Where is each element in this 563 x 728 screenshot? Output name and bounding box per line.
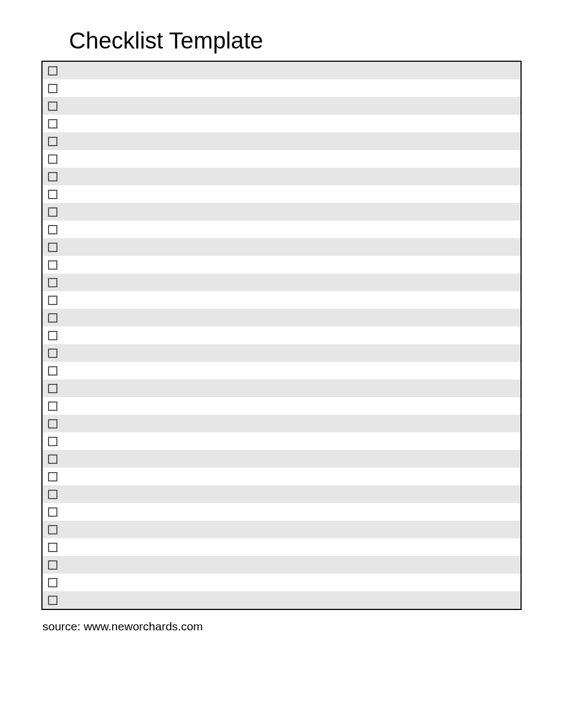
checkbox-icon[interactable] [48,137,57,146]
checkbox-icon[interactable] [48,119,57,129]
checklist-row [43,203,520,221]
checklist-row [43,132,520,150]
checklist-row [43,326,520,344]
source-attribution: source: www.neworchards.com [43,620,522,633]
checkbox-icon[interactable] [48,402,57,411]
checklist-row [43,291,520,309]
checkbox-icon[interactable] [48,101,57,111]
checklist-row [43,397,520,415]
checkbox-icon[interactable] [48,243,57,252]
checklist-row [43,503,520,521]
checklist-row [43,468,520,485]
checkbox-icon[interactable] [48,490,57,499]
checklist-row [43,344,520,362]
checkbox-icon[interactable] [48,366,57,376]
checkbox-icon[interactable] [48,84,57,93]
checklist-row [43,97,520,115]
checkbox-icon[interactable] [48,313,57,323]
checkbox-icon[interactable] [48,419,57,429]
checklist-row [43,521,520,538]
checklist-row [43,185,520,203]
checkbox-icon[interactable] [48,472,57,481]
checkbox-icon[interactable] [48,437,57,446]
checkbox-icon[interactable] [48,507,57,517]
checkbox-icon[interactable] [48,454,57,464]
checkbox-icon[interactable] [48,225,57,234]
checkbox-icon[interactable] [48,349,57,358]
checkbox-icon[interactable] [48,578,57,587]
checklist-row [43,415,520,432]
checklist-row [43,79,520,97]
checkbox-icon[interactable] [48,560,57,570]
checklist-row [43,432,520,450]
checkbox-icon[interactable] [48,384,57,393]
checkbox-icon[interactable] [48,190,57,199]
checklist-row [43,274,520,291]
checklist-row [43,62,520,79]
checklist-row [43,168,520,185]
checklist-row [43,574,520,591]
checklist-table [41,61,522,610]
checklist-row [43,379,520,397]
checklist-row [43,538,520,556]
checkbox-icon[interactable] [48,525,57,534]
checkbox-icon[interactable] [48,260,57,270]
checklist-row [43,256,520,274]
checklist-row [43,309,520,326]
checklist-row [43,238,520,256]
checkbox-icon[interactable] [48,207,57,217]
checkbox-icon[interactable] [48,154,57,164]
checklist-row [43,556,520,574]
checkbox-icon[interactable] [48,596,57,605]
checklist-row [43,150,520,168]
checklist-row [43,485,520,503]
checklist-row [43,591,520,609]
checkbox-icon[interactable] [48,278,57,287]
checklist-row [43,450,520,468]
checklist-row [43,221,520,238]
checklist-row [43,115,520,132]
checkbox-icon[interactable] [48,66,57,76]
checkbox-icon[interactable] [48,543,57,552]
page-title: Checklist Template [69,28,522,54]
checkbox-icon[interactable] [48,331,57,340]
checkbox-icon[interactable] [48,296,57,305]
checkbox-icon[interactable] [48,172,57,181]
checklist-row [43,362,520,379]
